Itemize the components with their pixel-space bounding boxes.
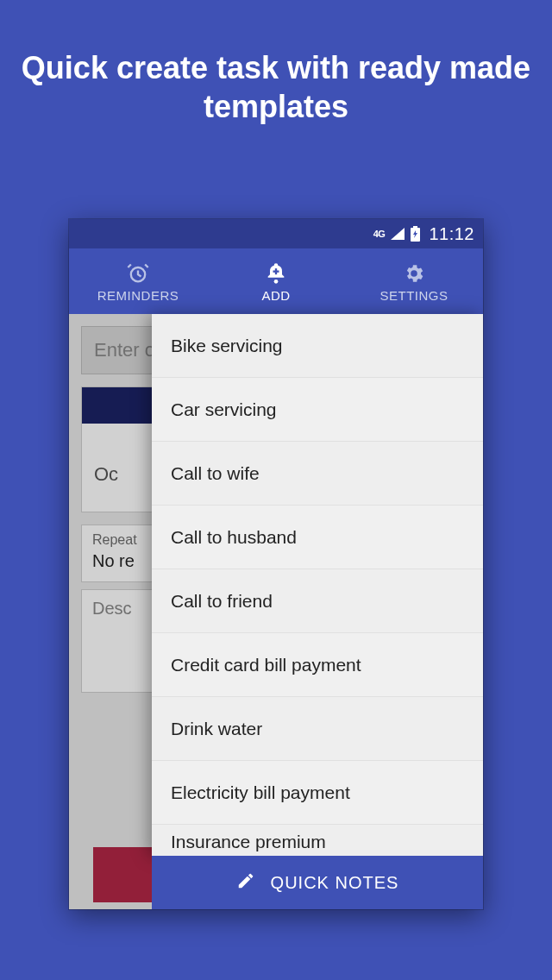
tab-add[interactable]: ADD (207, 248, 345, 314)
quick-notes-label: QUICK NOTES (271, 873, 399, 893)
phone-frame: 4G 11:12 REMINDERS ADD SETTINGS (69, 219, 483, 909)
quick-notes-button[interactable]: QUICK NOTES (152, 856, 483, 909)
tab-bar: REMINDERS ADD SETTINGS (69, 248, 483, 314)
template-item[interactable]: Insurance premium (152, 825, 483, 856)
template-item[interactable]: Bike servicing (152, 314, 483, 378)
tab-reminders[interactable]: REMINDERS (69, 248, 207, 314)
template-item[interactable]: Electricity bill payment (152, 761, 483, 825)
template-item[interactable]: Call to friend (152, 569, 483, 633)
tab-label: SETTINGS (380, 288, 448, 303)
template-item[interactable]: Call to wife (152, 442, 483, 506)
status-clock: 11:12 (429, 224, 474, 244)
status-bar: 4G 11:12 (69, 219, 483, 248)
svg-rect-1 (413, 226, 417, 228)
promo-headline: Quick create task with ready made templa… (0, 0, 552, 126)
template-item[interactable]: Car servicing (152, 378, 483, 442)
svg-point-3 (274, 280, 279, 284)
pencil-icon (236, 871, 255, 895)
alarm-icon (126, 261, 150, 286)
templates-dropdown: Bike servicing Car servicing Call to wif… (152, 314, 483, 856)
template-item[interactable]: Call to husband (152, 506, 483, 569)
template-item[interactable]: Drink water (152, 697, 483, 761)
tab-label: ADD (261, 288, 290, 303)
battery-charging-icon (411, 226, 420, 242)
svg-rect-5 (273, 270, 279, 272)
bell-add-icon (264, 261, 288, 286)
network-4g-icon: 4G (373, 229, 386, 239)
tab-label: REMINDERS (97, 288, 179, 303)
gear-icon (403, 261, 425, 286)
tab-settings[interactable]: SETTINGS (345, 248, 483, 314)
signal-icon (390, 227, 405, 241)
template-item[interactable]: Credit card bill payment (152, 633, 483, 697)
